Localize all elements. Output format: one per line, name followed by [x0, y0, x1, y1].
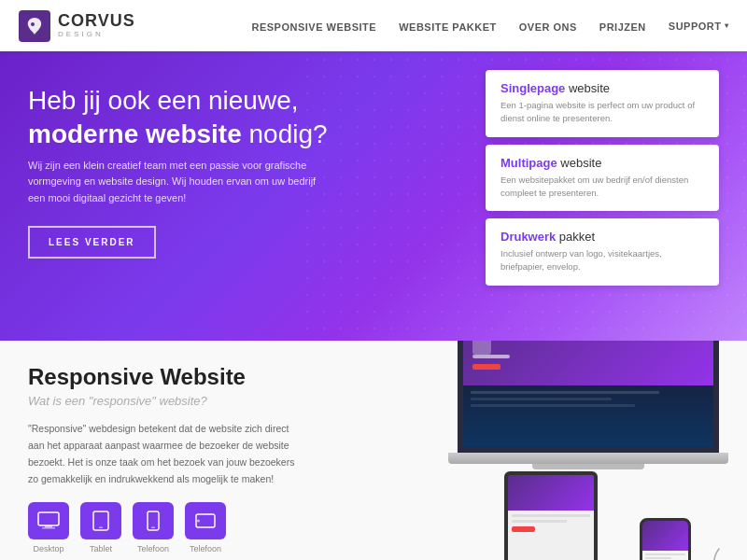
- nav-item-prijzen[interactable]: PRIJZEN: [599, 18, 646, 35]
- tc-btn: [512, 526, 535, 532]
- desktop-icon: [28, 502, 69, 539]
- nav-item-responsive[interactable]: RESPONSIVE WEBSITE: [251, 18, 376, 35]
- nav-links: RESPONSIVE WEBSITE WEBSITE PAKKET OVER O…: [251, 18, 728, 35]
- logo-subtitle: DESIGN: [58, 31, 135, 39]
- lower-paragraph: "Responsive" webdesign betekent dat de w…: [28, 421, 299, 487]
- arrow-annotation: Jouw website geoptimaliseerd voor alle a…: [682, 544, 747, 560]
- phone2-icon: [185, 502, 226, 539]
- ls-line1: [471, 391, 659, 394]
- hero-section: Heb jij ook een nieuwe, moderne website …: [0, 51, 747, 341]
- tablet-mockup: [504, 471, 598, 560]
- svg-point-0: [31, 22, 35, 26]
- device-phone-label: Telefoon: [137, 544, 169, 553]
- hero-subtext: Wij zijn een klein creatief team met een…: [28, 158, 327, 207]
- ls-btn: [472, 364, 500, 370]
- hero-card-title-3: Drukwerk pakket: [500, 230, 704, 244]
- device-phone2-label: Telefoon: [190, 544, 221, 553]
- device-phone2: Telefoon: [185, 502, 226, 553]
- tc-line2: [512, 520, 567, 523]
- ls-logo: [472, 341, 491, 355]
- logo-area: CorvUs DESIGN: [19, 10, 135, 42]
- laptop-screen: [458, 341, 719, 453]
- svg-rect-3: [42, 527, 55, 529]
- hero-heading-normal: Heb jij ook een nieuwe,: [28, 86, 299, 115]
- nav-item-pakket[interactable]: WEBSITE PAKKET: [399, 18, 497, 35]
- device-tablet: Tablet: [80, 502, 121, 553]
- laptop-screen-body: [463, 385, 713, 413]
- tablet-content: [508, 511, 594, 560]
- lower-subtitle: Wat is een "responsive" website?: [28, 394, 345, 408]
- logo-title: CorvUs: [58, 12, 135, 31]
- chevron-down-icon: ▾: [725, 21, 729, 30]
- svg-rect-1: [38, 512, 59, 525]
- device-phone: Telefoon: [133, 502, 174, 553]
- logo-text-area: CorvUs DESIGN: [58, 12, 135, 39]
- tablet-hero: [508, 475, 594, 511]
- ls-line3: [471, 404, 635, 407]
- tablet-icon: [80, 502, 121, 539]
- tablet-screen: [504, 471, 598, 560]
- tc-line1: [512, 514, 590, 517]
- svg-rect-7: [151, 527, 155, 529]
- hero-card-drukwerk: Drukwerk pakket Inclusief ontwerp van lo…: [486, 218, 719, 286]
- laptop-screen-hero: [463, 341, 713, 385]
- hero-card-title-1: Singlepage website: [500, 81, 704, 95]
- hero-card-singlepage: Singlepage website Een 1-pagina website …: [486, 70, 719, 137]
- nav-item-over[interactable]: OVER ONS: [519, 18, 577, 35]
- device-desktop-label: Desktop: [33, 544, 63, 553]
- svg-point-9: [197, 520, 200, 523]
- device-tablet-label: Tablet: [90, 544, 112, 553]
- pc-line2: [645, 557, 671, 559]
- laptop-mockup: [439, 341, 738, 469]
- lower-section: Responsive Website Wat is een "responsiv…: [0, 341, 747, 560]
- ls-line2: [471, 398, 612, 400]
- hero-cards: Singlepage website Een 1-pagina website …: [486, 70, 719, 286]
- hero-cta-button[interactable]: LEES VERDER: [28, 226, 156, 259]
- hero-heading-bold: moderne website: [28, 119, 242, 148]
- hero-card-desc-3: Inclusief ontwerp van logo, visitekaartj…: [500, 247, 704, 274]
- lower-content: Responsive Website Wat is een "responsiv…: [28, 364, 345, 553]
- pc-line1: [645, 553, 685, 555]
- laptop-screen-content: [463, 341, 713, 447]
- lower-title: Responsive Website: [28, 364, 345, 390]
- device-desktop: Desktop: [28, 502, 69, 553]
- hero-content: Heb jij ook een nieuwe, moderne website …: [28, 84, 383, 259]
- arrow-icon: [705, 544, 733, 560]
- hero-heading: Heb jij ook een nieuwe, moderne website …: [28, 84, 383, 152]
- hero-card-title-2: Multipage website: [500, 156, 704, 170]
- hero-card-multipage: Multipage website Een websitepakket om u…: [486, 145, 719, 212]
- laptop-stand: [532, 464, 644, 469]
- logo-icon: [19, 10, 50, 42]
- svg-rect-2: [45, 525, 52, 527]
- hero-card-desc-1: Een 1-pagina website is perfect om uw pr…: [500, 99, 704, 126]
- mockup-area: Jouw website geoptimaliseerd voor alle a…: [317, 341, 747, 560]
- hero-heading-suffix: nodig?: [242, 119, 328, 148]
- hero-card-desc-2: Een websitepakket om uw bedrijf en/of di…: [500, 174, 704, 201]
- ls-text: [472, 355, 510, 358]
- device-icons-row: Desktop Tablet Telefoon: [28, 502, 345, 553]
- navbar: CorvUs DESIGN RESPONSIVE WEBSITE WEBSITE…: [0, 0, 747, 51]
- nav-item-support[interactable]: SUPPORT ▾: [669, 21, 728, 32]
- phone-icon: [133, 502, 174, 539]
- laptop-base: [448, 453, 728, 464]
- svg-rect-5: [99, 527, 103, 529]
